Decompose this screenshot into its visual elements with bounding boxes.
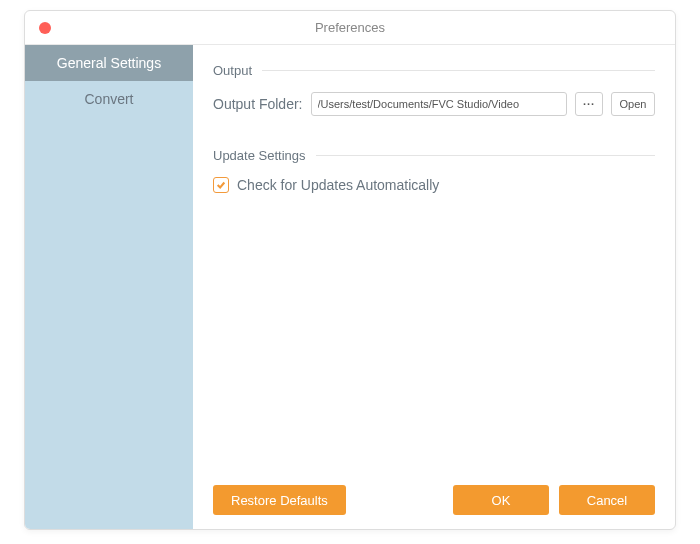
section-heading: Update Settings — [213, 148, 306, 163]
output-folder-row: Output Folder: ··· Open — [213, 92, 655, 116]
output-folder-input[interactable] — [311, 92, 568, 116]
titlebar: Preferences — [25, 11, 675, 45]
section-header-output: Output — [213, 63, 655, 78]
open-folder-button[interactable]: Open — [611, 92, 655, 116]
auto-update-checkbox[interactable] — [213, 177, 229, 193]
sidebar-item-label: General Settings — [57, 55, 161, 71]
ellipsis-icon: ··· — [583, 98, 595, 110]
check-icon — [216, 180, 226, 190]
sidebar-item-label: Convert — [84, 91, 133, 107]
section-header-update: Update Settings — [213, 148, 655, 163]
open-button-label: Open — [620, 98, 647, 110]
close-icon[interactable] — [39, 22, 51, 34]
sidebar: General Settings Convert — [25, 45, 193, 529]
sidebar-item-convert[interactable]: Convert — [25, 81, 193, 117]
footer: Restore Defaults OK Cancel — [213, 475, 655, 515]
ok-button[interactable]: OK — [453, 485, 549, 515]
restore-defaults-button[interactable]: Restore Defaults — [213, 485, 346, 515]
button-label: OK — [492, 493, 511, 508]
spacer — [213, 116, 655, 148]
output-folder-label: Output Folder: — [213, 96, 303, 112]
divider — [262, 70, 655, 71]
window-title: Preferences — [315, 20, 385, 35]
preferences-window: Preferences General Settings Convert Out… — [24, 10, 676, 530]
button-label: Cancel — [587, 493, 627, 508]
auto-update-label: Check for Updates Automatically — [237, 177, 439, 193]
auto-update-row: Check for Updates Automatically — [213, 177, 655, 193]
section-heading: Output — [213, 63, 252, 78]
sidebar-item-general-settings[interactable]: General Settings — [25, 45, 193, 81]
divider — [316, 155, 655, 156]
cancel-button[interactable]: Cancel — [559, 485, 655, 515]
main-panel: Output Output Folder: ··· Open Update Se… — [193, 45, 675, 529]
browse-button[interactable]: ··· — [575, 92, 603, 116]
window-body: General Settings Convert Output Output F… — [25, 45, 675, 529]
button-label: Restore Defaults — [231, 493, 328, 508]
